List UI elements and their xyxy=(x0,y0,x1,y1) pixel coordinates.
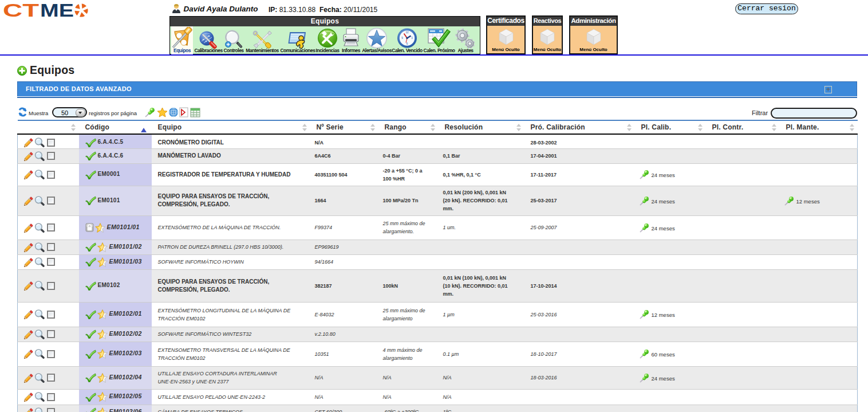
svg-text:CT: CT xyxy=(3,1,39,19)
svg-text:12: 12 xyxy=(405,31,409,34)
svg-text:ME: ME xyxy=(40,1,74,19)
